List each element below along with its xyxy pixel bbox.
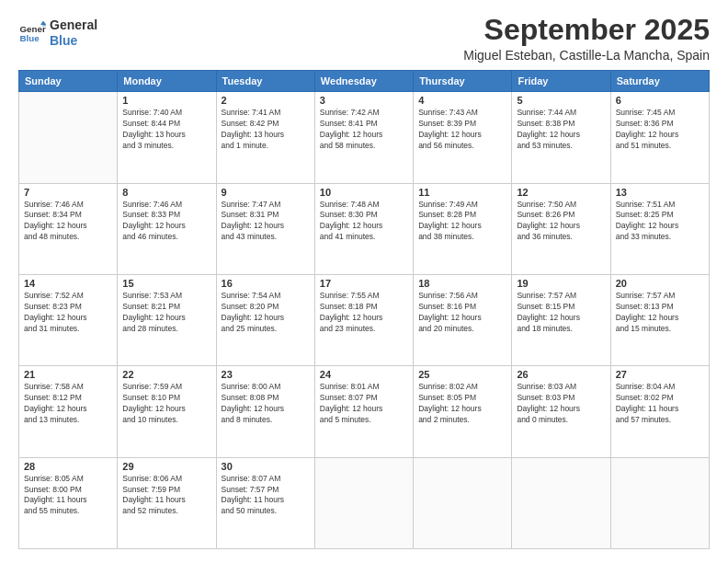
day-info: Sunrise: 7:52 AMSunset: 8:23 PMDaylight:… <box>24 291 112 335</box>
calendar-week-row: 21Sunrise: 7:58 AMSunset: 8:12 PMDayligh… <box>19 366 710 457</box>
day-info: Sunrise: 8:01 AMSunset: 8:07 PMDaylight:… <box>320 382 408 426</box>
calendar-cell: 4Sunrise: 7:43 AMSunset: 8:39 PMDaylight… <box>414 92 512 183</box>
calendar-cell: 1Sunrise: 7:40 AMSunset: 8:44 PMDaylight… <box>118 92 216 183</box>
day-number: 26 <box>517 369 605 380</box>
day-info: Sunrise: 7:59 AMSunset: 8:10 PMDaylight:… <box>122 382 210 426</box>
svg-text:Blue: Blue <box>20 33 40 43</box>
day-number: 11 <box>418 187 506 198</box>
svg-text:General: General <box>20 23 47 33</box>
day-info: Sunrise: 8:03 AMSunset: 8:03 PMDaylight:… <box>517 382 605 426</box>
day-info: Sunrise: 7:57 AMSunset: 8:15 PMDaylight:… <box>517 291 605 335</box>
day-info: Sunrise: 7:49 AMSunset: 8:28 PMDaylight:… <box>418 200 506 244</box>
day-info: Sunrise: 7:45 AMSunset: 8:36 PMDaylight:… <box>616 108 704 152</box>
day-number: 2 <box>222 95 310 106</box>
calendar-table: SundayMondayTuesdayWednesdayThursdayFrid… <box>18 70 710 549</box>
page: General Blue General Blue September 2025… <box>0 0 728 563</box>
day-info: Sunrise: 7:41 AMSunset: 8:42 PMDaylight:… <box>222 108 310 152</box>
day-number: 22 <box>122 369 210 380</box>
day-number: 4 <box>418 95 506 106</box>
calendar-cell: 21Sunrise: 7:58 AMSunset: 8:12 PMDayligh… <box>19 366 118 457</box>
logo-icon: General Blue <box>18 19 46 47</box>
calendar-cell: 19Sunrise: 7:57 AMSunset: 8:15 PMDayligh… <box>512 274 610 365</box>
day-number: 10 <box>320 187 408 198</box>
logo: General Blue General Blue <box>18 17 97 49</box>
calendar-cell <box>610 457 709 548</box>
day-info: Sunrise: 7:51 AMSunset: 8:25 PMDaylight:… <box>616 200 704 244</box>
day-number: 17 <box>320 278 408 289</box>
day-number: 29 <box>122 461 210 472</box>
calendar-cell <box>414 457 512 548</box>
calendar-cell: 11Sunrise: 7:49 AMSunset: 8:28 PMDayligh… <box>414 183 512 274</box>
day-info: Sunrise: 7:42 AMSunset: 8:41 PMDaylight:… <box>320 108 408 152</box>
logo-blue: Blue <box>50 33 97 49</box>
calendar-cell: 24Sunrise: 8:01 AMSunset: 8:07 PMDayligh… <box>314 366 413 457</box>
day-info: Sunrise: 7:56 AMSunset: 8:16 PMDaylight:… <box>418 291 506 335</box>
day-info: Sunrise: 7:48 AMSunset: 8:30 PMDaylight:… <box>320 200 408 244</box>
calendar-week-row: 1Sunrise: 7:40 AMSunset: 8:44 PMDaylight… <box>19 92 710 183</box>
day-info: Sunrise: 7:43 AMSunset: 8:39 PMDaylight:… <box>418 108 506 152</box>
calendar-cell: 15Sunrise: 7:53 AMSunset: 8:21 PMDayligh… <box>118 274 216 365</box>
calendar-cell: 18Sunrise: 7:56 AMSunset: 8:16 PMDayligh… <box>414 274 512 365</box>
calendar-cell <box>314 457 413 548</box>
calendar-week-row: 14Sunrise: 7:52 AMSunset: 8:23 PMDayligh… <box>19 274 710 365</box>
calendar-cell: 14Sunrise: 7:52 AMSunset: 8:23 PMDayligh… <box>19 274 118 365</box>
calendar-cell: 22Sunrise: 7:59 AMSunset: 8:10 PMDayligh… <box>118 366 216 457</box>
day-info: Sunrise: 8:02 AMSunset: 8:05 PMDaylight:… <box>418 382 506 426</box>
calendar-cell: 26Sunrise: 8:03 AMSunset: 8:03 PMDayligh… <box>512 366 610 457</box>
calendar-cell: 23Sunrise: 8:00 AMSunset: 8:08 PMDayligh… <box>216 366 314 457</box>
day-number: 24 <box>320 369 408 380</box>
day-info: Sunrise: 8:05 AMSunset: 8:00 PMDaylight:… <box>24 474 112 518</box>
weekday-header: Tuesday <box>216 71 314 92</box>
weekday-header: Wednesday <box>314 71 413 92</box>
calendar-header-row: SundayMondayTuesdayWednesdayThursdayFrid… <box>19 71 710 92</box>
calendar-cell: 5Sunrise: 7:44 AMSunset: 8:38 PMDaylight… <box>512 92 610 183</box>
day-number: 14 <box>24 278 112 289</box>
day-number: 21 <box>24 369 112 380</box>
day-info: Sunrise: 7:53 AMSunset: 8:21 PMDaylight:… <box>122 291 210 335</box>
day-info: Sunrise: 7:46 AMSunset: 8:33 PMDaylight:… <box>122 200 210 244</box>
calendar-cell: 9Sunrise: 7:47 AMSunset: 8:31 PMDaylight… <box>216 183 314 274</box>
month-title: September 2025 <box>463 14 710 46</box>
calendar-cell: 6Sunrise: 7:45 AMSunset: 8:36 PMDaylight… <box>610 92 709 183</box>
day-number: 12 <box>517 187 605 198</box>
calendar-week-row: 28Sunrise: 8:05 AMSunset: 8:00 PMDayligh… <box>19 457 710 548</box>
day-number: 13 <box>616 187 704 198</box>
day-info: Sunrise: 7:47 AMSunset: 8:31 PMDaylight:… <box>222 200 310 244</box>
day-number: 15 <box>122 278 210 289</box>
day-number: 3 <box>320 95 408 106</box>
day-info: Sunrise: 8:04 AMSunset: 8:02 PMDaylight:… <box>616 382 704 426</box>
day-info: Sunrise: 7:50 AMSunset: 8:26 PMDaylight:… <box>517 200 605 244</box>
day-number: 27 <box>616 369 704 380</box>
day-info: Sunrise: 7:44 AMSunset: 8:38 PMDaylight:… <box>517 108 605 152</box>
weekday-header: Friday <box>512 71 610 92</box>
calendar-cell: 8Sunrise: 7:46 AMSunset: 8:33 PMDaylight… <box>118 183 216 274</box>
calendar-cell: 3Sunrise: 7:42 AMSunset: 8:41 PMDaylight… <box>314 92 413 183</box>
calendar-cell: 28Sunrise: 8:05 AMSunset: 8:00 PMDayligh… <box>19 457 118 548</box>
calendar-cell: 13Sunrise: 7:51 AMSunset: 8:25 PMDayligh… <box>610 183 709 274</box>
day-number: 30 <box>222 461 310 472</box>
calendar-cell: 27Sunrise: 8:04 AMSunset: 8:02 PMDayligh… <box>610 366 709 457</box>
day-number: 8 <box>122 187 210 198</box>
day-number: 20 <box>616 278 704 289</box>
weekday-header: Monday <box>118 71 216 92</box>
day-number: 18 <box>418 278 506 289</box>
day-number: 6 <box>616 95 704 106</box>
day-info: Sunrise: 8:00 AMSunset: 8:08 PMDaylight:… <box>222 382 310 426</box>
day-number: 1 <box>122 95 210 106</box>
calendar-cell: 16Sunrise: 7:54 AMSunset: 8:20 PMDayligh… <box>216 274 314 365</box>
location-subtitle: Miguel Esteban, Castille-La Mancha, Spai… <box>463 48 710 63</box>
day-number: 25 <box>418 369 506 380</box>
title-block: September 2025 Miguel Esteban, Castille-… <box>463 14 710 63</box>
day-info: Sunrise: 7:54 AMSunset: 8:20 PMDaylight:… <box>222 291 310 335</box>
calendar-cell: 2Sunrise: 7:41 AMSunset: 8:42 PMDaylight… <box>216 92 314 183</box>
day-info: Sunrise: 7:57 AMSunset: 8:13 PMDaylight:… <box>616 291 704 335</box>
calendar-cell: 20Sunrise: 7:57 AMSunset: 8:13 PMDayligh… <box>610 274 709 365</box>
calendar-cell: 17Sunrise: 7:55 AMSunset: 8:18 PMDayligh… <box>314 274 413 365</box>
day-info: Sunrise: 7:40 AMSunset: 8:44 PMDaylight:… <box>122 108 210 152</box>
calendar-cell: 12Sunrise: 7:50 AMSunset: 8:26 PMDayligh… <box>512 183 610 274</box>
weekday-header: Saturday <box>610 71 709 92</box>
day-number: 23 <box>222 369 310 380</box>
day-number: 7 <box>24 187 112 198</box>
logo-general: General <box>50 17 97 33</box>
day-number: 5 <box>517 95 605 106</box>
